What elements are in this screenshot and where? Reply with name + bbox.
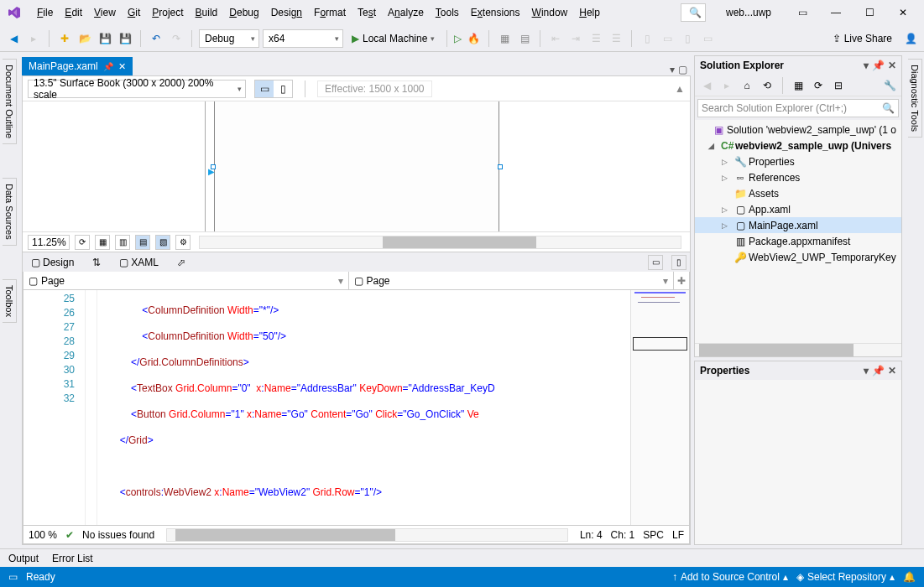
solution-search[interactable]: Search Solution Explorer (Ctrl+;) 🔍 <box>697 99 899 117</box>
panel-close-icon[interactable]: ✕ <box>888 60 896 71</box>
redo-icon[interactable]: ↷ <box>168 30 185 47</box>
status-bell-icon[interactable]: 🔔 <box>903 571 916 583</box>
zoom-combo[interactable]: 11.25% <box>28 235 70 250</box>
panel-menu-icon[interactable]: ▾ <box>864 365 869 377</box>
sol-home-icon[interactable]: ⌂ <box>739 77 755 94</box>
orientation-portrait[interactable]: ▯ <box>274 81 292 97</box>
panel-pin-icon[interactable]: 📌 <box>872 365 885 377</box>
save-all-icon[interactable]: 💾 <box>117 30 133 47</box>
nav-fwd-icon[interactable]: ▸ <box>25 30 42 47</box>
menu-analyze[interactable]: Analyze <box>383 3 429 22</box>
sol-refresh-icon[interactable]: ⟳ <box>810 77 827 94</box>
tree-item-appxaml[interactable]: ▷▢App.xaml <box>695 201 901 217</box>
menu-tools[interactable]: Tools <box>431 3 464 22</box>
tab-xaml[interactable]: ▢ XAML <box>114 255 164 270</box>
save-icon[interactable]: 💾 <box>97 30 113 47</box>
code-nav-left[interactable]: ▢ Page▾ <box>23 272 349 289</box>
code-minimap[interactable] <box>630 290 689 525</box>
tree-project[interactable]: ◢C#webview2_sample_uwp (Univers <box>695 138 901 153</box>
tree-item-manifest[interactable]: ▥Package.appxmanifest <box>695 233 901 249</box>
run-button[interactable]: ▶ Local Machine ▾ <box>347 33 440 44</box>
code-editor[interactable]: 2526272829303132 <ColumnDefinition Width… <box>23 290 690 526</box>
tb-icon-6[interactable]: ☰ <box>608 30 624 47</box>
tab-document-outline[interactable]: Document Outline <box>3 59 17 144</box>
lf-label[interactable]: LF <box>672 529 684 541</box>
split-h-icon[interactable]: ▭ <box>648 255 663 270</box>
close-tab-icon[interactable]: ✕ <box>118 61 126 72</box>
minimize-button[interactable]: — <box>822 3 850 23</box>
issues-label[interactable]: No issues found <box>82 529 154 541</box>
orientation-landscape[interactable]: ▭ <box>255 81 274 97</box>
tb-icon-4[interactable]: ⇥ <box>567 30 584 47</box>
tab-output[interactable]: Output <box>8 553 39 564</box>
artboard[interactable]: ▶ ▶ <box>214 101 499 231</box>
document-tab-mainpage[interactable]: MainPage.xaml 📌 ✕ <box>22 57 133 75</box>
ch-label[interactable]: Ch: 1 <box>611 529 635 541</box>
status-select-repo[interactable]: ◈ Select Repository ▴ <box>796 571 895 583</box>
sol-fwd-icon[interactable]: ▸ <box>718 77 735 94</box>
sol-show-all-icon[interactable]: ▦ <box>790 77 807 94</box>
platform-combo[interactable]: x64 <box>263 29 343 48</box>
grid-icon[interactable]: ▦ <box>95 235 110 250</box>
tb-icon-7[interactable]: ▯ <box>639 30 655 47</box>
undo-icon[interactable]: ↶ <box>148 30 164 47</box>
menu-debug[interactable]: Debug <box>224 3 264 22</box>
vscroll-up-icon[interactable]: ▲ <box>675 83 685 95</box>
ln-label[interactable]: Ln: 4 <box>580 529 603 541</box>
h-scrollbar-code[interactable] <box>166 528 568 542</box>
tree-item-key[interactable]: 🔑WebView2_UWP_TemporaryKey <box>695 249 901 265</box>
device-combo[interactable]: 13.5" Surface Book (3000 x 2000) 200% sc… <box>28 80 246 98</box>
sol-back-icon[interactable]: ◀ <box>698 77 715 94</box>
snap-icon[interactable]: ▥ <box>115 235 130 250</box>
window-button[interactable]: ▭ <box>788 3 817 23</box>
popout-icon[interactable]: ⬀ <box>172 255 191 270</box>
panel-menu-icon[interactable]: ▾ <box>864 60 869 71</box>
nav-back-icon[interactable]: ◀ <box>5 30 22 47</box>
feedback-icon[interactable]: 👤 <box>902 30 919 47</box>
menu-window[interactable]: Window <box>527 3 573 22</box>
play-no-debug-icon[interactable]: ▷ <box>454 33 462 44</box>
tree-item-mainpage[interactable]: ▷▢MainPage.xaml <box>695 217 901 233</box>
sol-props-icon[interactable]: 🔧 <box>881 77 898 94</box>
menu-design[interactable]: Design <box>266 3 307 22</box>
menu-file[interactable]: File <box>32 3 58 22</box>
menu-git[interactable]: Git <box>123 3 145 22</box>
tab-data-sources[interactable]: Data Sources <box>3 178 17 246</box>
hot-reload-icon[interactable]: 🔥 <box>465 30 482 47</box>
menu-build[interactable]: Build <box>191 3 223 22</box>
live-share-button[interactable]: ⇪ Live Share <box>826 33 899 44</box>
tree-item-assets[interactable]: 📁Assets <box>695 185 901 201</box>
sol-hscroll[interactable] <box>695 343 901 356</box>
tree-solution[interactable]: ▣Solution 'webview2_sample_uwp' (1 o <box>695 122 901 138</box>
menu-format[interactable]: Format <box>309 3 351 22</box>
swap-panes-icon[interactable]: ⇅ <box>87 255 106 270</box>
tb-icon-1[interactable]: ▦ <box>496 30 513 47</box>
menu-help[interactable]: Help <box>574 3 605 22</box>
close-button[interactable]: ✕ <box>889 3 917 23</box>
tab-error-list[interactable]: Error List <box>52 553 93 564</box>
code-zoom[interactable]: 100 % <box>29 529 57 541</box>
menu-view[interactable]: View <box>89 3 121 22</box>
tab-overflow-icon[interactable]: ▾ <box>670 64 675 75</box>
menu-test[interactable]: Test <box>352 3 381 22</box>
split-editor-icon[interactable]: ✚ <box>674 272 689 289</box>
code-nav-right[interactable]: ▢ Page▾ <box>349 272 675 289</box>
menu-project[interactable]: Project <box>147 3 188 22</box>
sol-collapse-icon[interactable]: ⊟ <box>830 77 847 94</box>
menu-edit[interactable]: Edit <box>60 3 87 22</box>
spc-label[interactable]: SPC <box>643 529 664 541</box>
snap-lines-icon[interactable]: ▤ <box>135 235 150 250</box>
maximize-button[interactable]: ☐ <box>855 3 884 23</box>
config-combo[interactable]: Debug <box>199 29 259 48</box>
menu-extensions[interactable]: Extensions <box>466 3 525 22</box>
tb-icon-2[interactable]: ▤ <box>516 30 533 47</box>
status-source-control[interactable]: ↑ Add to Source Control ▴ <box>672 571 788 583</box>
new-item-icon[interactable]: ✚ <box>56 30 73 47</box>
search-box[interactable]: 🔍 <box>681 3 706 22</box>
tb-icon-3[interactable]: ⇤ <box>547 30 564 47</box>
code-content[interactable]: <ColumnDefinition Width="*"/> <ColumnDef… <box>97 290 630 525</box>
tab-toolbox[interactable]: Toolbox <box>3 279 17 323</box>
panel-close-icon[interactable]: ✕ <box>888 365 896 377</box>
split-v-icon[interactable]: ▯ <box>671 255 686 270</box>
pin-icon[interactable]: 📌 <box>103 62 113 71</box>
